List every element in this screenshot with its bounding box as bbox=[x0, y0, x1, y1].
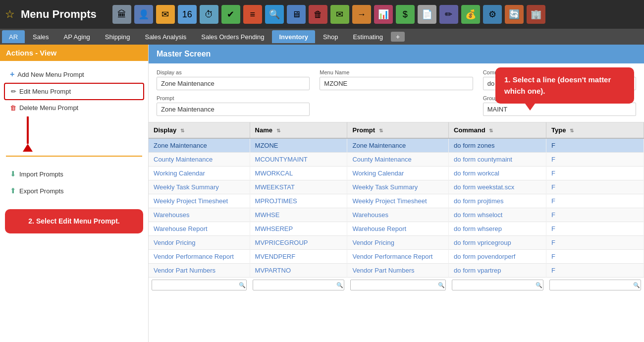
menu-name-input[interactable] bbox=[320, 77, 473, 90]
cell-2: Warehouses bbox=[347, 208, 449, 222]
email-icon[interactable]: ✉ bbox=[156, 5, 175, 24]
arrow-right-icon[interactable]: → bbox=[352, 5, 371, 24]
sidebar-tools: ⬇ Import Prompts ⬆ Export Prompts bbox=[0, 161, 148, 204]
tab-shop[interactable]: Shop bbox=[316, 30, 345, 43]
tab-inventory[interactable]: Inventory bbox=[272, 30, 315, 43]
trash-icon[interactable]: 🗑 bbox=[309, 5, 327, 24]
annotation-select-edit: 2. Select Edit Menu Prompt. bbox=[5, 209, 143, 233]
col-prompt[interactable]: Prompt ⇅ bbox=[347, 122, 449, 138]
col-display[interactable]: Display ⇅ bbox=[149, 122, 250, 138]
table-row[interactable]: Vendor Performance ReportMVENDPERFVendor… bbox=[149, 250, 644, 264]
check-icon[interactable]: ✔ bbox=[221, 5, 240, 24]
cell-0: County Maintenance bbox=[149, 153, 250, 167]
sidebar: Actions - View + Add New Menu Prompt ✏ E… bbox=[0, 45, 149, 342]
building-icon[interactable]: 🏢 bbox=[527, 5, 545, 24]
pencil2-icon[interactable]: ✏ bbox=[439, 5, 458, 24]
tab-sales[interactable]: Sales bbox=[26, 30, 56, 43]
plus-icon: + bbox=[10, 70, 14, 79]
export-button-label: Export Prompts bbox=[19, 187, 64, 195]
cell-0: Warehouse Report bbox=[149, 222, 250, 236]
table-search-row bbox=[149, 278, 644, 293]
cell-4: F bbox=[546, 236, 644, 250]
doc-icon[interactable]: 📄 bbox=[418, 5, 436, 24]
prompt-input[interactable] bbox=[157, 103, 310, 116]
cell-1: MCOUNTYMAINT bbox=[250, 153, 347, 167]
nav-tabs: AR Sales AP Aging Shipping Sales Analysi… bbox=[0, 29, 644, 45]
search-name[interactable] bbox=[253, 280, 344, 290]
cell-3: do form vpartrep bbox=[449, 264, 546, 278]
table-row[interactable]: Zone MaintenanceMZONEZone Maintenancedo … bbox=[149, 138, 644, 153]
search-zoom-icon[interactable]: 🔍 bbox=[265, 5, 284, 24]
export-prompts-button[interactable]: ⬆ Export Prompts bbox=[4, 182, 144, 199]
cell-3: do form zones bbox=[449, 138, 546, 153]
add-new-menu-prompt-button[interactable]: + Add New Menu Prompt bbox=[4, 66, 144, 83]
settings-icon[interactable]: ⚙ bbox=[483, 5, 502, 24]
tab-estimating[interactable]: Estimating bbox=[346, 30, 390, 43]
cell-1: MVENDPERF bbox=[250, 250, 347, 264]
clock-icon[interactable]: ⏱ bbox=[200, 5, 218, 24]
group-input[interactable] bbox=[483, 103, 636, 116]
cell-1: MPROJTIMES bbox=[250, 194, 347, 208]
add-button-label: Add New Menu Prompt bbox=[17, 71, 84, 78]
col-command[interactable]: Command ⇅ bbox=[449, 122, 546, 138]
table-row[interactable]: Working CalendarMWORKCALWorking Calendar… bbox=[149, 167, 644, 180]
display-as-label: Display as bbox=[157, 69, 310, 75]
cell-1: MVPRICEGROUP bbox=[250, 236, 347, 250]
prompt-group: Prompt bbox=[157, 95, 310, 116]
dollar-icon[interactable]: $ bbox=[396, 5, 415, 24]
cell-2: Zone Maintenance bbox=[347, 138, 449, 153]
search-command[interactable] bbox=[452, 280, 543, 290]
coin-icon[interactable]: 💰 bbox=[461, 5, 480, 24]
display-as-group: Display as bbox=[157, 69, 310, 90]
cell-2: Vendor Pricing bbox=[347, 236, 449, 250]
bank-icon[interactable]: 🏛 bbox=[112, 5, 131, 24]
mail-open-icon[interactable]: ✉ bbox=[330, 5, 349, 24]
cell-4: F bbox=[546, 250, 644, 264]
list-icon[interactable]: ≡ bbox=[243, 5, 262, 24]
user-icon[interactable]: 👤 bbox=[134, 5, 153, 24]
content-area: Master Screen Display as Menu Name Comma… bbox=[149, 45, 644, 342]
table-row[interactable]: Vendor Part NumbersMVPARTNOVendor Part N… bbox=[149, 264, 644, 278]
cell-1: MVPARTNO bbox=[250, 264, 347, 278]
table-row[interactable]: Warehouse ReportMWHSEREPWarehouse Report… bbox=[149, 222, 644, 236]
delete-button-label: Delete Menu Prompt bbox=[19, 104, 78, 112]
display-as-input[interactable] bbox=[157, 77, 310, 90]
monitor-icon[interactable]: 🖥 bbox=[287, 5, 306, 24]
tab-add[interactable]: + bbox=[391, 32, 405, 42]
table-row[interactable]: WarehousesMWHSEWarehousesdo form whseloc… bbox=[149, 208, 644, 222]
cell-2: Warehouse Report bbox=[347, 222, 449, 236]
tab-sales-orders-pending[interactable]: Sales Orders Pending bbox=[194, 30, 271, 43]
calendar-icon[interactable]: 16 bbox=[178, 5, 197, 24]
tab-sales-analysis[interactable]: Sales Analysis bbox=[138, 30, 193, 43]
table-row[interactable]: Weekly Task SummaryMWEEKSTATWeekly Task … bbox=[149, 180, 644, 194]
cell-3: do form projtimes bbox=[449, 194, 546, 208]
edit-button-label: Edit Menu Prompt bbox=[19, 88, 71, 95]
cell-4: F bbox=[546, 180, 644, 194]
refresh-icon[interactable]: 🔄 bbox=[505, 5, 524, 24]
table-row[interactable]: Vendor PricingMVPRICEGROUPVendor Pricing… bbox=[149, 236, 644, 250]
cell-1: MZONE bbox=[250, 138, 347, 153]
app-title: Menu Prompts bbox=[21, 8, 97, 21]
cell-3: do form whseloct bbox=[449, 208, 546, 222]
delete-menu-prompt-button[interactable]: 🗑 Delete Menu Prompt bbox=[4, 100, 144, 115]
cell-1: MWEEKSTAT bbox=[250, 180, 347, 194]
cell-4: F bbox=[546, 138, 644, 153]
table-row[interactable]: County MaintenanceMCOUNTYMAINTCounty Mai… bbox=[149, 153, 644, 167]
star-icon[interactable]: ☆ bbox=[5, 8, 15, 21]
import-prompts-button[interactable]: ⬇ Import Prompts bbox=[4, 166, 144, 182]
report-icon[interactable]: 📊 bbox=[374, 5, 393, 24]
table-row[interactable]: Weekly Project TimesheetMPROJTIMESWeekly… bbox=[149, 194, 644, 208]
edit-menu-prompt-button[interactable]: ✏ Edit Menu Prompt bbox=[4, 83, 144, 100]
col-type[interactable]: Type ⇅ bbox=[546, 122, 644, 138]
main-layout: Actions - View + Add New Menu Prompt ✏ E… bbox=[0, 45, 644, 342]
search-prompt[interactable] bbox=[350, 280, 446, 290]
cell-3: do form povendorperf bbox=[449, 250, 546, 264]
tab-ar[interactable]: AR bbox=[2, 30, 25, 43]
search-type[interactable] bbox=[549, 280, 641, 290]
menu-name-group: Menu Name bbox=[320, 69, 473, 90]
tab-ap-aging[interactable]: AP Aging bbox=[57, 30, 97, 43]
tab-shipping[interactable]: Shipping bbox=[98, 30, 137, 43]
cell-2: Weekly Project Timesheet bbox=[347, 194, 449, 208]
col-name[interactable]: Name ⇅ bbox=[250, 122, 347, 138]
search-display[interactable] bbox=[152, 280, 247, 290]
